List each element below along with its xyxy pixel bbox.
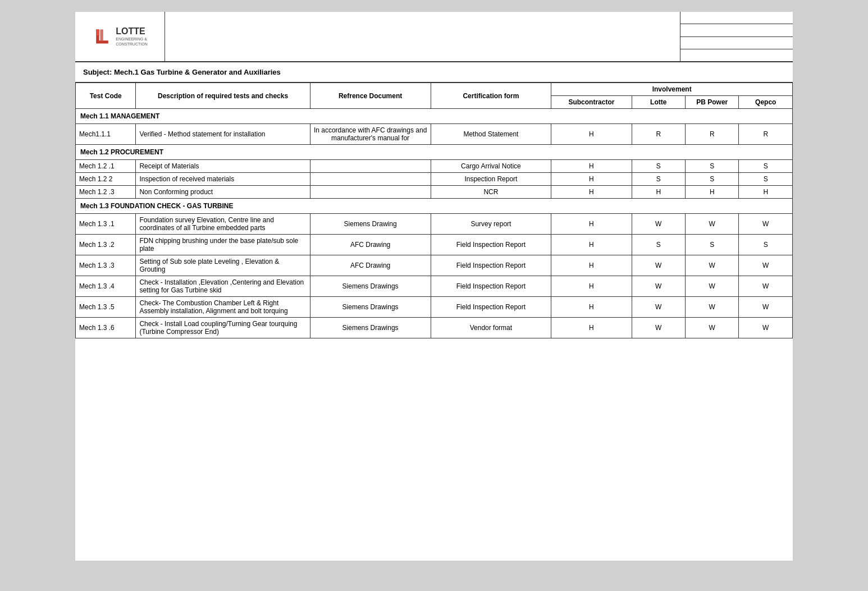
- table-cell: Mech 1.2 2: [76, 173, 136, 186]
- table-cell: Mech 1.3 .5: [76, 297, 136, 318]
- table-cell: [310, 160, 431, 173]
- table-cell: W: [686, 297, 739, 318]
- table-cell: Setting of Sub sole plate Leveling , Ele…: [136, 255, 310, 276]
- table-cell: W: [739, 297, 793, 318]
- table-cell: Vendor format: [431, 318, 551, 338]
- table-cell: Check - Installation ,Elevation ,Centeri…: [136, 276, 310, 297]
- table-cell: Method Statement: [431, 124, 551, 145]
- table-cell: Siemens Drawings: [310, 297, 431, 318]
- table-cell: Field Inspection Report: [431, 297, 551, 318]
- table-cell: Cargo Arrival Notice: [431, 160, 551, 173]
- col-description: Description of required tests and checks: [136, 83, 310, 109]
- table-row: Mech 1.2 .1Receipt of MaterialsCargo Arr…: [76, 160, 793, 173]
- table-cell: S: [686, 160, 739, 173]
- table-cell: W: [632, 276, 685, 297]
- table-row: Mech1.1.1Verified - Method statement for…: [76, 124, 793, 145]
- table-cell: AFC Drawing: [310, 235, 431, 255]
- logo-area: LOTTE ENGINEERING &CONSTRUCTION: [92, 26, 147, 47]
- section-title-mech1_1: Mech 1.1 MANAGEMENT: [76, 109, 793, 124]
- table-cell: [310, 186, 431, 199]
- header: LOTTE ENGINEERING &CONSTRUCTION: [75, 12, 793, 62]
- table-cell: Receipt of Materials: [136, 160, 310, 173]
- table-cell: Siemens Drawing: [310, 214, 431, 235]
- page: LOTTE ENGINEERING &CONSTRUCTION Subject:…: [75, 11, 793, 561]
- table-cell: Non Conforming product: [136, 186, 310, 199]
- table-cell: In accordance with AFC drawings and manu…: [310, 124, 431, 145]
- col-test-code: Test Code: [76, 83, 136, 109]
- header-row-3: [680, 37, 793, 49]
- table-cell: R: [739, 124, 793, 145]
- header-row-involvement: Test Code Description of required tests …: [76, 83, 793, 96]
- table-cell: Mech 1.3 .6: [76, 318, 136, 338]
- table-cell: Field Inspection Report: [431, 255, 551, 276]
- table-cell: Inspection Report: [431, 173, 551, 186]
- table-cell: Foundation survey Elevation, Centre line…: [136, 214, 310, 235]
- header-row-4: [680, 49, 793, 61]
- subject-text: Subject: Mech.1 Gas Turbine & Generator …: [83, 68, 281, 76]
- table-cell: S: [632, 173, 685, 186]
- table-cell: AFC Drawing: [310, 255, 431, 276]
- table-cell: S: [739, 235, 793, 255]
- table-cell: Survey report: [431, 214, 551, 235]
- table-cell: Mech 1.3 .1: [76, 214, 136, 235]
- table-cell: H: [551, 173, 632, 186]
- col-certification: Certification form: [431, 83, 551, 109]
- table-cell: [310, 173, 431, 186]
- logo-text-block: LOTTE ENGINEERING &CONSTRUCTION: [116, 26, 147, 47]
- table-cell: Mech 1.3 .4: [76, 276, 136, 297]
- table-row: Mech 1.2 .3Non Conforming productNCRHHHH: [76, 186, 793, 199]
- logo-title: LOTTE: [116, 26, 147, 36]
- table-cell: W: [739, 318, 793, 338]
- table-cell: W: [686, 255, 739, 276]
- table-cell: W: [632, 255, 685, 276]
- table-cell: W: [686, 318, 739, 338]
- table-cell: Field Inspection Report: [431, 276, 551, 297]
- header-right: [680, 12, 793, 61]
- table-cell: Siemens Drawings: [310, 276, 431, 297]
- table-cell: W: [686, 214, 739, 235]
- table-row: Mech 1.3 .4Check - Installation ,Elevati…: [76, 276, 793, 297]
- table-cell: Inspection of received materials: [136, 173, 310, 186]
- table-cell: H: [551, 160, 632, 173]
- table-cell: H: [632, 186, 685, 199]
- table-cell: Siemens Drawings: [310, 318, 431, 338]
- table-cell: Field Inspection Report: [431, 235, 551, 255]
- table-cell: Mech 1.2 .1: [76, 160, 136, 173]
- logo-cell: LOTTE ENGINEERING &CONSTRUCTION: [75, 12, 165, 61]
- table-cell: S: [739, 173, 793, 186]
- table-row: Mech 1.3 .6Check - Install Load coupling…: [76, 318, 793, 338]
- table-cell: H: [551, 186, 632, 199]
- section-title-mech1_2: Mech 1.2 PROCUREMENT: [76, 145, 793, 160]
- table-cell: H: [551, 318, 632, 338]
- section-title-mech1_3: Mech 1.3 FOUNDATION CHECK - GAS TURBINE: [76, 199, 793, 214]
- table-cell: Check - Install Load coupling/Turning Ge…: [136, 318, 310, 338]
- col-reference: Refrence Document: [310, 83, 431, 109]
- table-cell: H: [551, 235, 632, 255]
- table-cell: W: [632, 297, 685, 318]
- header-row-2: [680, 24, 793, 36]
- table-cell: S: [686, 173, 739, 186]
- header-row-1: [680, 12, 793, 24]
- section-header-mech1_2: Mech 1.2 PROCUREMENT: [76, 145, 793, 160]
- section-header-mech1_1: Mech 1.1 MANAGEMENT: [76, 109, 793, 124]
- table-cell: Mech1.1.1: [76, 124, 136, 145]
- table-cell: FDN chipping brushing under the base pla…: [136, 235, 310, 255]
- subject-row: Subject: Mech.1 Gas Turbine & Generator …: [75, 62, 793, 83]
- table-row: Mech 1.3 .5Check- The Combustion Chamber…: [76, 297, 793, 318]
- table-cell: NCR: [431, 186, 551, 199]
- table-cell: H: [739, 186, 793, 199]
- table-cell: W: [632, 214, 685, 235]
- table-row: Mech 1.3 .2FDN chipping brushing under t…: [76, 235, 793, 255]
- header-middle: [165, 12, 680, 61]
- table-cell: R: [632, 124, 685, 145]
- col-pb-power: PB Power: [686, 96, 739, 109]
- table-cell: S: [632, 235, 685, 255]
- table-cell: Mech 1.3 .3: [76, 255, 136, 276]
- col-lotte: Lotte: [632, 96, 685, 109]
- table-cell: W: [686, 276, 739, 297]
- col-involvement: Involvement: [551, 83, 793, 96]
- table-cell: H: [551, 297, 632, 318]
- table-cell: H: [551, 124, 632, 145]
- table-cell: Check- The Combustion Chamber Left & Rig…: [136, 297, 310, 318]
- table-cell: W: [739, 255, 793, 276]
